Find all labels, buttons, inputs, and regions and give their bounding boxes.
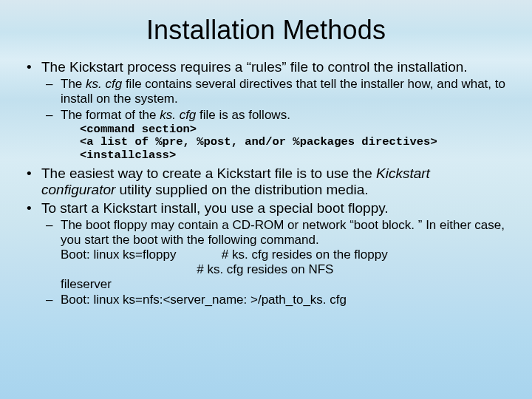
code-line-2: <a list of %pre, %post, and/or %packages… xyxy=(80,135,437,149)
b3s1-cmd2: # ks. cfg resides on NFS xyxy=(61,262,333,276)
b1s1-b: file contains several directives that te… xyxy=(61,77,505,106)
b3-text: To start a Kickstart install, you use a … xyxy=(41,200,389,216)
bullet-1: The Kickstart process requires a “rules”… xyxy=(41,59,507,163)
code-line-3: <installclass> xyxy=(80,149,176,162)
code-block: <command section> <a list of %pre, %post… xyxy=(80,123,507,163)
bullet-1-sublist: The ks. cfg file contains several direct… xyxy=(41,77,507,163)
b1s1-i: ks. cfg xyxy=(86,77,122,91)
bullet-3-sublist: The boot floppy may contain a CD-ROM or … xyxy=(41,218,507,307)
bullet-3-sub-1: The boot floppy may contain a CD-ROM or … xyxy=(61,218,507,292)
bullet-1-text: The Kickstart process requires a “rules”… xyxy=(41,59,468,75)
b2-a: The easiest way to create a Kickstart fi… xyxy=(41,166,376,181)
b1s1-a: The xyxy=(61,77,86,91)
b1s2-i: ks. cfg xyxy=(160,108,196,122)
b3s1-tail: fileserver xyxy=(61,277,112,291)
bullet-2: The easiest way to create a Kickstart fi… xyxy=(41,166,507,199)
bullet-list: The Kickstart process requires a “rules”… xyxy=(25,59,507,307)
b3s2: Boot: linux ks=nfs:<server_name: >/path_… xyxy=(61,293,347,307)
b1s2-b: file is as follows. xyxy=(196,108,290,122)
code-line-1: <command section> xyxy=(80,123,197,136)
b2-b: utility supplied on the distribution med… xyxy=(115,182,368,197)
slide-title: Installation Methods xyxy=(25,15,507,46)
bullet-1-sub-2: The format of the ks. cfg file is as fol… xyxy=(61,108,507,163)
b3s1-cmd1: Boot: linux ks=floppy # ks. cfg resides … xyxy=(61,248,388,262)
b1s2-a: The format of the xyxy=(61,108,160,122)
b3s1-line1: The boot floppy may contain a CD-ROM or … xyxy=(61,218,505,247)
bullet-1-sub-1: The ks. cfg file contains several direct… xyxy=(61,77,507,106)
bullet-3-sub-2: Boot: linux ks=nfs:<server_name: >/path_… xyxy=(61,293,507,307)
bullet-3: To start a Kickstart install, you use a … xyxy=(41,200,507,308)
